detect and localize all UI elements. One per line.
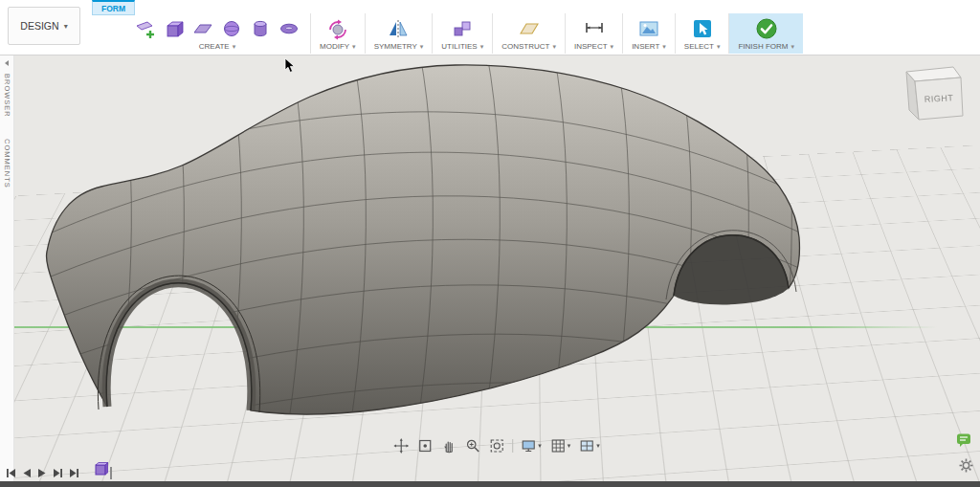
go-to-end-icon: [69, 468, 79, 478]
inspect-menu[interactable]: INSPECT ▾: [574, 42, 613, 51]
select-menu[interactable]: SELECT ▾: [684, 42, 721, 51]
timeline-position-marker[interactable]: [110, 467, 112, 479]
toolbar-group-insert: INSERT ▾: [622, 13, 675, 54]
look-at-icon: [417, 438, 433, 454]
group-label: UTILITIES: [441, 42, 477, 51]
measure-button[interactable]: [582, 16, 607, 41]
edit-form-icon: [326, 17, 349, 40]
orbit-pan-icon: [393, 438, 409, 454]
chevron-down-icon: ▾: [596, 442, 600, 450]
play-icon: [37, 468, 47, 478]
symmetry-icon: [387, 17, 410, 40]
torus-icon: [278, 17, 301, 40]
timeline-playback-controls: [6, 468, 79, 478]
create-icons: [133, 15, 301, 41]
step-back-icon: [22, 468, 32, 478]
viewport-layout-button[interactable]: ▾: [578, 437, 601, 454]
insert-canvas-button[interactable]: [636, 16, 661, 41]
utilities-button[interactable]: [450, 16, 475, 41]
finish-form-button[interactable]: [754, 16, 779, 41]
utilities-icon: [451, 17, 474, 40]
view-cube-face-label: RIGHT: [924, 93, 954, 104]
box-primitive-button[interactable]: [162, 16, 187, 41]
view-cube[interactable]: RIGHT: [894, 60, 974, 131]
orbit-button[interactable]: [392, 437, 410, 454]
group-label: SELECT: [684, 42, 714, 51]
canvas-image-icon: [637, 17, 660, 40]
comments-panel-tab[interactable]: COMMENTS: [3, 139, 11, 188]
feedback-comment-button[interactable]: [956, 432, 971, 452]
chevron-down-icon: ▾: [552, 43, 556, 51]
look-at-button[interactable]: [416, 437, 434, 454]
step-forward-icon: [53, 468, 63, 478]
construct-menu[interactable]: CONSTRUCT ▾: [501, 42, 556, 51]
utilities-menu[interactable]: UTILITIES ▾: [441, 42, 483, 51]
browser-collapse-icon[interactable]: [5, 60, 9, 66]
timeline-form-feature[interactable]: [95, 462, 108, 479]
box-icon: [163, 17, 186, 40]
design-workspace-dropdown[interactable]: DESIGN ▾: [8, 7, 80, 45]
step-back-button[interactable]: [22, 468, 32, 478]
go-to-start-icon: [6, 468, 16, 478]
chevron-down-icon: ▾: [233, 43, 236, 51]
chevron-down-icon: ▾: [662, 43, 666, 51]
mirror-symmetry-button[interactable]: [386, 16, 411, 41]
finish-form-menu[interactable]: FINISH FORM ▾: [738, 42, 794, 51]
browser-panel-tab[interactable]: BROWSER: [3, 74, 11, 118]
group-label: INSERT: [632, 42, 659, 51]
chevron-down-icon: ▾: [480, 43, 484, 51]
group-label: SYMMETRY: [374, 42, 417, 51]
construction-plane-button[interactable]: [517, 16, 542, 41]
grid-settings-icon: [550, 438, 566, 454]
select-cursor-icon: [691, 17, 714, 40]
toolbar-groups: CREATE ▾: [124, 13, 803, 54]
chevron-down-icon: ▾: [538, 442, 542, 450]
group-label: INSPECT: [574, 42, 608, 51]
insert-menu[interactable]: INSERT ▾: [632, 42, 666, 51]
navbar-divider: [512, 439, 513, 453]
hand-pan-icon: [441, 438, 457, 454]
pan-button[interactable]: [440, 437, 457, 454]
settings-gear-button[interactable]: [959, 458, 973, 476]
fit-view-icon: [489, 438, 504, 454]
viewport-layout-icon: [579, 438, 594, 454]
step-forward-button[interactable]: [53, 468, 63, 478]
cylinder-primitive-button[interactable]: [248, 16, 273, 41]
zoom-button[interactable]: [464, 437, 481, 454]
fit-button[interactable]: [488, 437, 505, 454]
sphere-primitive-button[interactable]: [219, 16, 244, 41]
toolbar-group-finish-form: FINISH FORM ▾: [728, 13, 803, 54]
edit-form-button[interactable]: [325, 16, 350, 41]
construct-plane-icon: [518, 17, 541, 40]
play-button[interactable]: [37, 468, 47, 478]
car-tspline-model[interactable]: [13, 55, 980, 481]
modify-menu[interactable]: MODIFY ▾: [320, 42, 356, 51]
create-menu[interactable]: CREATE ▾: [199, 42, 235, 51]
finish-form-check-icon: [754, 16, 779, 41]
view-navigation-bar: ▾ ▾ ▾: [392, 437, 601, 454]
gear-icon: [959, 458, 973, 473]
model-viewport[interactable]: RIGHT: [13, 55, 980, 481]
select-tool-button[interactable]: [690, 16, 715, 41]
form-tab-label: FORM: [101, 4, 125, 13]
sphere-icon: [220, 17, 243, 40]
plane-primitive-button[interactable]: [190, 16, 215, 41]
toolbar: DESIGN ▾ FORM: [0, 0, 980, 55]
new-form-button[interactable]: [133, 16, 158, 41]
toolbar-group-utilities: UTILITIES ▾: [432, 13, 492, 54]
go-to-end-button[interactable]: [69, 468, 79, 478]
symmetry-menu[interactable]: SYMMETRY ▾: [374, 42, 424, 51]
cylinder-icon: [249, 17, 272, 40]
go-to-start-button[interactable]: [6, 468, 16, 478]
group-label: MODIFY: [320, 42, 349, 51]
chevron-down-icon: ▾: [420, 43, 424, 51]
toolbar-group-create: CREATE ▾: [124, 13, 310, 54]
form-feature-icon: [95, 462, 108, 476]
torus-primitive-button[interactable]: [277, 16, 301, 41]
toolbar-group-construct: CONSTRUCT ▾: [492, 13, 565, 54]
group-label: CONSTRUCT: [501, 42, 549, 51]
fusion360-window: DESIGN ▾ FORM: [0, 0, 980, 487]
display-settings-button[interactable]: ▾: [520, 437, 543, 454]
grid-settings-button[interactable]: ▾: [549, 437, 572, 454]
group-label: CREATE: [199, 42, 230, 51]
